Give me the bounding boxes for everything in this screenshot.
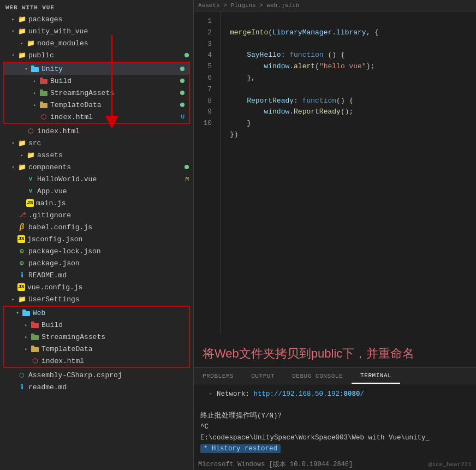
sidebar-item-babel[interactable]: β babel.config.js	[0, 221, 193, 233]
sidebar-item-TemplateData[interactable]: TemplateData	[4, 99, 189, 111]
sidebar-item-vue-config[interactable]: JS vue.config.js	[0, 281, 193, 293]
sidebar-item-UserSettings[interactable]: 📁 UserSettings	[0, 293, 193, 305]
folder-red-icon	[39, 76, 48, 85]
folder-icon: 📁	[17, 163, 26, 171]
html-icon: ⬡	[39, 112, 48, 121]
vue-icon: V	[26, 187, 35, 195]
sidebar-item-Unity[interactable]: Unity	[4, 63, 189, 75]
sidebar-item-unity_with_vue[interactable]: 📁 unity_with_vue	[0, 25, 193, 37]
chevron-icon	[31, 88, 39, 97]
sidebar-item-jsconfig[interactable]: JS jsconfig.json	[0, 233, 193, 245]
svg-rect-13	[31, 322, 34, 324]
chevron-icon	[9, 51, 17, 60]
html-icon: ⬡	[31, 356, 39, 365]
sidebar-item-TemplateData2[interactable]: TemplateData	[4, 343, 189, 355]
svg-rect-7	[40, 102, 43, 104]
chevron-icon	[9, 15, 17, 23]
sidebar-item-node_modules[interactable]: 📁 node_modules	[0, 37, 193, 49]
csdn-credit: @ice_bear221	[429, 461, 472, 468]
chevron-icon	[31, 100, 39, 109]
breadcrumb: Assets > Plugins > web.jslib	[194, 0, 476, 11]
json-icon: ⚙	[17, 259, 26, 267]
sidebar-item-index-html-web[interactable]: ⬡ index.html	[4, 355, 189, 367]
sidebar: WEB WITH VUE 📁 packages 📁 unity_with_vue…	[0, 0, 194, 470]
terminal-bottom-line: Microsoft Windows [版本 10.0.19044.2846]	[198, 460, 353, 469]
item-label: packages	[28, 15, 193, 23]
folder-icon: 📁	[26, 39, 35, 47]
babel-icon: β	[17, 223, 26, 231]
sidebar-item-HelloWorld[interactable]: V HelloWorld.vue M	[0, 173, 193, 185]
chevron-icon	[22, 320, 31, 329]
sidebar-item-Build2[interactable]: Build	[4, 319, 189, 331]
badge-u: U	[181, 114, 185, 120]
chevron-icon	[22, 332, 31, 341]
sidebar-item-public[interactable]: 📁 public	[0, 49, 193, 61]
svg-rect-17	[31, 346, 34, 348]
svg-rect-11	[22, 310, 26, 312]
item-label: src	[28, 139, 193, 147]
sidebar-item-src[interactable]: 📁 src	[0, 137, 193, 149]
item-label: README.md	[28, 271, 193, 279]
folder-blue-icon	[31, 64, 39, 73]
sidebar-item-main-js[interactable]: JS main.js	[0, 197, 193, 209]
tab-output[interactable]: OUTPUT	[242, 368, 283, 384]
folder-icon: 📁	[17, 295, 26, 304]
folder-red-icon	[31, 320, 39, 329]
folder-icon: 📁	[17, 51, 26, 60]
svg-rect-14	[31, 335, 39, 340]
svg-rect-6	[40, 103, 47, 108]
terminal-tabs: PROBLEMS OUTPUT DEBUG CONSOLE TERMINAL	[194, 368, 476, 384]
item-label: package.json	[28, 259, 193, 267]
item-label: Web	[33, 309, 189, 317]
sidebar-item-App-vue[interactable]: V App.vue	[0, 185, 193, 197]
middle-text: 将Web文件夹拷贝到public下，并重命名	[194, 335, 476, 367]
sidebar-item-index-html-unity[interactable]: ⬡ index.html U	[4, 111, 189, 123]
tab-debug-console[interactable]: DEBUG CONSOLE	[283, 368, 352, 384]
sidebar-item-index-html-public[interactable]: ⬡ index.html	[0, 125, 193, 137]
tab-problems[interactable]: PROBLEMS	[194, 368, 242, 384]
terminal-line-network: - Network: http://192.168.50.192:8080/	[200, 389, 469, 400]
tab-terminal[interactable]: TERMINAL	[352, 368, 400, 384]
sidebar-item-packages[interactable]: 📁 packages	[0, 13, 193, 25]
sidebar-item-StreamingAssets2[interactable]: StreamingAssets	[4, 331, 189, 343]
sidebar-item-Build[interactable]: Build	[4, 75, 189, 87]
svg-rect-1	[31, 66, 34, 68]
sidebar-item-components[interactable]: 📁 components	[0, 161, 193, 173]
sidebar-item-package-json[interactable]: ⚙ package.json	[0, 257, 193, 269]
svg-rect-10	[22, 311, 30, 316]
sidebar-item-assembly[interactable]: ⬡ Assembly-CSharp.csproj	[0, 369, 193, 381]
svg-rect-2	[40, 79, 47, 84]
sidebar-item-readme[interactable]: ℹ README.md	[0, 269, 193, 281]
folder-icon: 📁	[17, 139, 26, 147]
network-link[interactable]: http://192.168.50.192:8080/	[254, 390, 365, 398]
terminal-line-history: * History restored	[200, 443, 469, 454]
svg-rect-4	[40, 91, 47, 96]
sidebar-item-gitignore[interactable]: ⎇ .gitignore	[0, 209, 193, 221]
item-label: StreamingAssets	[41, 333, 189, 341]
dot-badge	[185, 53, 189, 57]
folder-plain-icon	[31, 344, 39, 353]
js-icon: JS	[26, 199, 34, 207]
item-label: babel.config.js	[28, 223, 193, 231]
chevron-icon	[22, 64, 31, 73]
md-icon: ℹ	[17, 383, 26, 391]
folder-icon: 📁	[17, 27, 26, 35]
sidebar-item-readme2[interactable]: ℹ readme.md	[0, 381, 193, 393]
json-icon: JS	[17, 235, 25, 243]
chevron-icon	[22, 344, 31, 353]
item-label: main.js	[36, 199, 193, 207]
dot-badge	[180, 79, 185, 83]
sidebar-item-package-lock[interactable]: ⚙ package-lock.json	[0, 245, 193, 257]
chevron-icon	[9, 295, 17, 304]
sidebar-item-StreamingAssets[interactable]: StreamingAssets	[4, 87, 189, 99]
chevron-icon	[17, 151, 26, 159]
item-label: package-lock.json	[28, 247, 193, 255]
item-label: jsconfig.json	[27, 235, 193, 243]
folder-icon: 📁	[26, 151, 35, 159]
code-content[interactable]: mergeInto(LibraryManager.library, { SayH…	[221, 11, 476, 335]
item-label: .gitignore	[28, 211, 193, 219]
item-label: Assembly-CSharp.csproj	[28, 371, 193, 379]
terminal-line-prompt1: 终止批处理操作吗(Y/N)?	[200, 410, 469, 421]
sidebar-item-assets[interactable]: 📁 assets	[0, 149, 193, 161]
sidebar-item-Web[interactable]: Web	[4, 307, 189, 319]
